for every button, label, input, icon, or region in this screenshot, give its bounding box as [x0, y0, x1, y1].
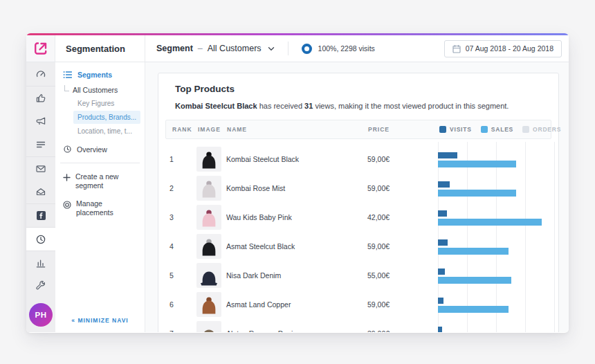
- sales-bar: [438, 248, 509, 255]
- nav-messages[interactable]: [26, 156, 55, 180]
- chart-legend: VISITS SALES ORDERS: [439, 120, 561, 138]
- visits-summary: 100%, 2298 visits: [318, 44, 375, 53]
- column-rank: RANK: [172, 126, 192, 133]
- thumbs-up-icon: [35, 93, 46, 104]
- row-chart: [438, 232, 554, 261]
- nav-inbox[interactable]: [26, 180, 55, 203]
- visits-bar: [438, 298, 443, 304]
- product-rows: 1 Kombai Steelcut Black 59,00€: [158, 145, 558, 332]
- chevron-down-icon: [268, 46, 275, 51]
- table-row: 4 Asmat Steelcut Black 59,00€: [158, 232, 558, 261]
- segment-label: Segment: [156, 44, 193, 53]
- product-image: [196, 205, 221, 230]
- orders-swatch-icon: [522, 126, 529, 133]
- nav-segmentation[interactable]: [26, 227, 55, 251]
- sidebar-item-overview[interactable]: Overview: [55, 145, 145, 154]
- nav-campaigns[interactable]: [26, 109, 55, 133]
- table-row: 1 Kombai Steelcut Black 59,00€: [158, 145, 558, 174]
- segment-selector[interactable]: Segment – All Customers 100%, 2298 visit…: [145, 35, 444, 62]
- all-customers-label: All Customers: [73, 86, 118, 94]
- column-name: NAME: [227, 126, 247, 133]
- product-name: Asmat Steelcut Black: [226, 242, 365, 251]
- manage-placements-button[interactable]: Manageplacements: [55, 199, 145, 217]
- table-row: 5 Nisa Dark Denim 55,00€: [158, 261, 558, 290]
- header-divider: [288, 42, 289, 55]
- brand-logo[interactable]: [26, 35, 55, 62]
- beanie-thumbnail: [198, 149, 220, 172]
- product-name: Kombai Rose Mist: [226, 184, 365, 192]
- table-row: 2 Kombai Rose Mist 59,00€: [158, 174, 558, 203]
- product-price: 59,00€: [367, 155, 390, 163]
- nav-reports[interactable]: [26, 251, 55, 274]
- rank-value: 4: [170, 242, 174, 251]
- row-chart: [438, 261, 554, 290]
- nav-feedback[interactable]: [26, 86, 55, 109]
- cap-thumbnail: [198, 266, 220, 288]
- open-mail-icon: [35, 186, 46, 197]
- product-price: 55,00€: [367, 271, 390, 280]
- target-circles-icon: [63, 201, 71, 209]
- cap-thumbnail: [198, 324, 220, 332]
- segments-list-icon: [63, 71, 73, 79]
- segment-value: All Customers: [208, 44, 262, 53]
- column-price: PRICE: [368, 126, 390, 133]
- create-segment-button[interactable]: Create a newsegment: [55, 172, 145, 190]
- sidebar-item-location-time[interactable]: Location, time, t...: [73, 125, 140, 138]
- sidebar-item-products-brands[interactable]: Products, Brands...: [73, 111, 140, 124]
- product-image: [196, 176, 221, 201]
- visits-bar: [438, 239, 448, 246]
- segment-share-donut-icon: [302, 44, 312, 54]
- tree-elbow-icon: [64, 85, 69, 91]
- visits-bar: [438, 210, 447, 217]
- product-name: Wau Kids Baby Pink: [226, 213, 365, 221]
- minimize-navi-button[interactable]: « MINIMIZE NAVI: [55, 317, 145, 324]
- sidebar-item-segments[interactable]: Segments: [55, 71, 145, 79]
- sidebar-item-all-customers[interactable]: All Customers: [55, 85, 145, 94]
- beanie-thumbnail: [198, 237, 220, 259]
- product-image: [196, 263, 221, 288]
- bar-chart-icon: [35, 257, 46, 269]
- facebook-icon: [36, 210, 46, 221]
- beanie-thumbnail: [198, 179, 220, 201]
- row-chart: [438, 319, 554, 332]
- megaphone-icon: [35, 116, 46, 127]
- sales-swatch-icon: [481, 126, 488, 133]
- table-row: 3 Wau Kids Baby Pink 42,00€: [158, 203, 558, 232]
- legend-orders[interactable]: ORDERS: [522, 126, 561, 133]
- product-name: Nisa Dark Denim: [226, 271, 365, 280]
- product-image: [196, 147, 221, 172]
- product-image: [196, 234, 221, 259]
- top-products-card: Top Products Kombai Steelcut Black has r…: [158, 73, 559, 332]
- product-name: Asmat Land Copper: [226, 300, 365, 309]
- sidebar-divider: [60, 163, 140, 163]
- legend-sales[interactable]: SALES: [481, 126, 513, 133]
- sales-bar: [438, 306, 509, 313]
- sales-bar: [438, 190, 516, 197]
- segment-separator: –: [198, 44, 203, 53]
- top-bar: Segmentation Segment – All Customers 100…: [26, 35, 569, 62]
- sales-bar: [438, 277, 511, 284]
- user-avatar[interactable]: PH: [29, 303, 53, 327]
- plus-icon: [63, 174, 71, 181]
- card-title: Top Products: [175, 84, 558, 94]
- date-range-picker[interactable]: 07 Aug 2018 - 20 Aug 2018: [444, 40, 562, 57]
- rank-value: 2: [170, 184, 174, 192]
- nav-facebook[interactable]: [26, 203, 55, 227]
- app-window: Segmentation Segment – All Customers 100…: [26, 33, 569, 333]
- row-chart: [438, 290, 554, 319]
- giosg-logo-icon: [33, 41, 48, 56]
- sidebar-segments-label: Segments: [77, 71, 112, 79]
- column-image: IMAGE: [198, 126, 221, 133]
- nav-dashboard[interactable]: [26, 62, 55, 86]
- row-chart: [438, 145, 554, 174]
- page-title: Segmentation: [55, 35, 145, 62]
- nav-queues[interactable]: [26, 133, 55, 156]
- sidebar-item-key-figures[interactable]: Key Figures: [73, 97, 140, 110]
- legend-visits[interactable]: VISITS: [439, 126, 472, 133]
- rank-value: 6: [170, 300, 174, 309]
- visits-bar: [438, 327, 442, 332]
- rank-value: 7: [170, 329, 174, 332]
- sales-bar: [438, 219, 542, 226]
- nav-tools[interactable]: [26, 274, 55, 298]
- beanie-thumbnail: [198, 295, 220, 317]
